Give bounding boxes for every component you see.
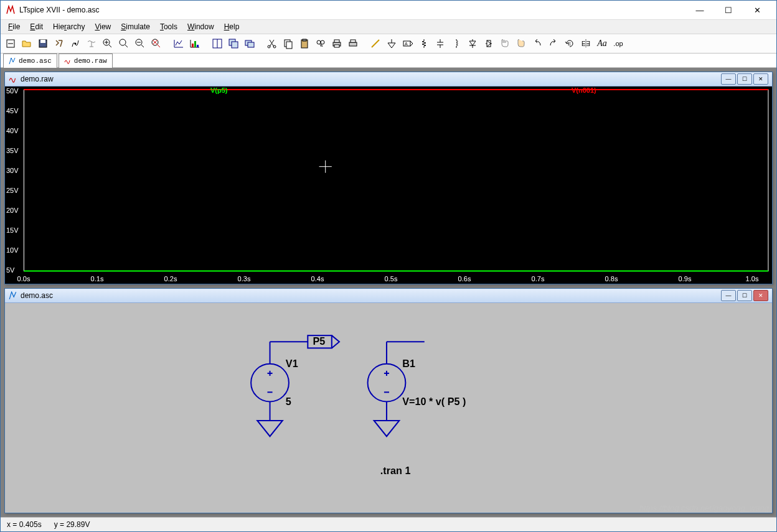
svg-text:A: A — [405, 42, 408, 46]
y-tick: 45V — [6, 107, 19, 114]
y-tick: 30V — [6, 167, 19, 174]
sub-close-button[interactable]: ✕ — [753, 290, 768, 301]
run-button[interactable] — [68, 36, 83, 51]
setup-button[interactable] — [187, 36, 202, 51]
svg-rect-25 — [334, 40, 339, 42]
menu-simulate[interactable]: Simulate — [116, 21, 155, 32]
schematic-icon — [9, 291, 17, 300]
close-button[interactable]: ✕ — [743, 1, 771, 19]
svg-rect-2 — [40, 40, 45, 43]
copy-button[interactable] — [281, 36, 296, 51]
drag-button[interactable] — [514, 36, 529, 51]
subwindow-asc: demo.asc — ☐ ✕ — [4, 288, 773, 513]
schematic-icon — [9, 57, 16, 65]
subwindow-controls: — ☐ ✕ — [721, 73, 768, 85]
y-tick: 5V — [6, 266, 14, 274]
paste-button[interactable] — [297, 36, 312, 51]
comp-ref-b1[interactable]: B1 — [402, 357, 415, 368]
x-tick: 1.0s — [746, 275, 759, 282]
zoom-full-button[interactable] — [149, 36, 164, 51]
component-button[interactable] — [481, 36, 496, 51]
redo-button[interactable] — [546, 36, 561, 51]
cut-button[interactable] — [265, 36, 280, 51]
save-button[interactable] — [35, 36, 50, 51]
comp-ref-v1[interactable]: V1 — [286, 357, 298, 368]
sub-maximize-button[interactable]: ☐ — [737, 73, 752, 85]
menu-file[interactable]: File — [3, 21, 25, 32]
sub-maximize-button[interactable]: ☐ — [737, 290, 752, 301]
svg-rect-13 — [232, 42, 238, 48]
toolbar: A E EE Aa .op — [1, 34, 776, 54]
close-window-button[interactable] — [242, 36, 257, 51]
svg-text:E: E — [582, 40, 586, 47]
print-button[interactable] — [329, 36, 344, 51]
net-label-text[interactable]: P5 — [313, 335, 325, 347]
mirror-button[interactable]: EE — [578, 36, 593, 51]
autorange-button[interactable] — [171, 36, 186, 51]
workspace: demo.raw — ☐ ✕ — [1, 68, 776, 517]
svg-point-22 — [317, 40, 321, 44]
svg-rect-28 — [351, 40, 356, 42]
print-setup-button[interactable] — [346, 36, 360, 51]
capacitor-button[interactable] — [433, 36, 448, 51]
draw-wire-button[interactable] — [368, 36, 383, 51]
svg-point-43 — [251, 363, 289, 401]
menu-view[interactable]: View — [90, 21, 116, 32]
rotate-button[interactable]: E — [562, 36, 577, 51]
spice-directive[interactable]: .tran 1 — [380, 465, 411, 476]
inductor-button[interactable] — [449, 36, 464, 51]
svg-rect-31 — [487, 40, 491, 47]
svg-rect-26 — [334, 45, 339, 47]
menu-hierarchy[interactable]: Hierarchy — [48, 21, 90, 32]
comp-val-b1[interactable]: V=10 * v( P5 ) — [402, 395, 466, 406]
y-tick: 25V — [6, 187, 19, 194]
undo-button[interactable] — [530, 36, 545, 51]
status-x: x = 0.405s — [7, 520, 42, 529]
waveform-icon — [9, 75, 17, 83]
find-button[interactable] — [313, 36, 328, 51]
x-tick: 0.1s — [91, 275, 104, 282]
trace-label-vn001[interactable]: V(n001) — [572, 86, 596, 94]
subwindow-asc-titlebar[interactable]: demo.asc — ☐ ✕ — [5, 289, 772, 303]
menu-edit[interactable]: Edit — [25, 21, 48, 32]
sub-close-button[interactable]: ✕ — [753, 73, 768, 85]
minimize-button[interactable]: — — [685, 1, 714, 19]
menu-help[interactable]: Help — [219, 21, 245, 32]
sub-minimize-button[interactable]: — — [721, 73, 736, 85]
x-tick: 0.9s — [679, 275, 692, 282]
maximize-button[interactable]: ☐ — [714, 1, 743, 19]
svg-rect-8 — [192, 44, 194, 47]
label-net-button[interactable]: A — [400, 36, 415, 51]
new-schematic-button[interactable] — [3, 36, 18, 51]
spice-directive-button[interactable]: .op — [611, 36, 626, 51]
x-tick: 0.5s — [385, 275, 398, 282]
zoom-in-button[interactable] — [100, 36, 115, 51]
comp-val-v1[interactable]: 5 — [286, 395, 291, 406]
zoom-out-button[interactable] — [133, 36, 148, 51]
subwindow-asc-title: demo.asc — [21, 291, 53, 300]
text-button[interactable]: Aa — [595, 36, 610, 51]
open-button[interactable] — [19, 36, 34, 51]
resistor-button[interactable] — [417, 36, 431, 51]
menu-tools[interactable]: Tools — [155, 21, 182, 32]
cascade-button[interactable] — [226, 36, 241, 51]
trace-label-vp5[interactable]: V(p5) — [210, 86, 228, 94]
pan-button[interactable] — [116, 36, 131, 51]
diode-button[interactable] — [465, 36, 480, 51]
menu-window[interactable]: Window — [182, 21, 219, 32]
sub-minimize-button[interactable]: — — [721, 290, 736, 301]
waveform-plot[interactable]: V(p5) V(n001) 5V 10V 15V 20V 25V 30V 35V… — [5, 86, 772, 284]
y-tick: 15V — [6, 226, 19, 234]
ground-button[interactable] — [384, 36, 399, 51]
control-panel-button[interactable] — [52, 36, 67, 51]
schematic-canvas[interactable]: P5 V1 5 B1 V=10 * v( P5 ) .tran 1 — [5, 303, 772, 513]
tab-raw[interactable]: demo.raw — [59, 54, 113, 68]
window-title: LTspice XVII - demo.asc — [19, 6, 685, 14]
tile-button[interactable] — [210, 36, 225, 51]
subwindow-raw-titlebar[interactable]: demo.raw — ☐ ✕ — [5, 72, 772, 86]
tab-asc[interactable]: demo.asc — [3, 54, 57, 68]
move-button[interactable] — [497, 36, 512, 51]
svg-rect-19 — [286, 42, 292, 49]
halt-button[interactable] — [84, 36, 99, 51]
window-controls: — ☐ ✕ — [685, 1, 771, 19]
